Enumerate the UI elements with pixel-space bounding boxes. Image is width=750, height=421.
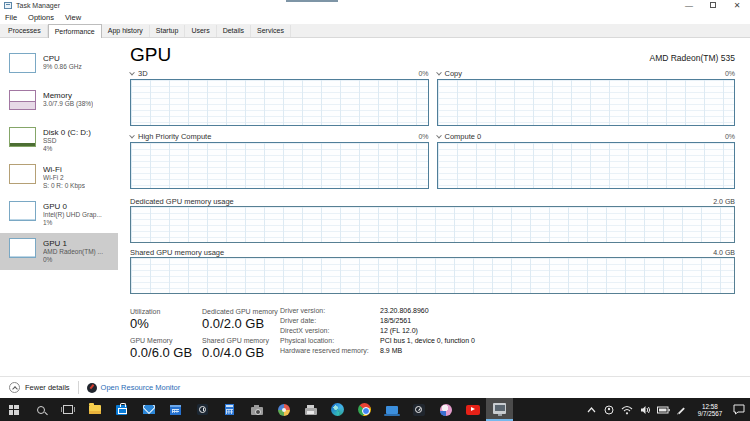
wifi-tray-button[interactable]: [620, 398, 634, 421]
volume-tray-button[interactable]: [638, 398, 652, 421]
driver-date-value: 18/5/2561: [380, 317, 475, 326]
tab-users[interactable]: Users: [185, 25, 216, 37]
gpu1-title: GPU 1: [43, 239, 103, 248]
gpu1-mini-graph: [9, 238, 36, 258]
camera-button[interactable]: [243, 398, 270, 421]
alarms-button[interactable]: [189, 398, 216, 421]
gpu-memory-value: 0.0/6.0 GB: [130, 345, 188, 360]
gpu0-title: GPU 0: [43, 202, 102, 211]
system-tray: 12:58 9/7/2567: [584, 398, 750, 421]
menu-file[interactable]: File: [5, 13, 17, 22]
shared-memory-label: Shared GPU memory: [202, 336, 266, 345]
start-button[interactable]: [0, 398, 27, 421]
gpu0-usage: 1%: [43, 219, 102, 227]
tab-bar: Processes Performance App history Startu…: [0, 24, 750, 38]
sidebar-item-memory[interactable]: Memory 3.0/7.9 GB (38%): [0, 85, 118, 122]
chart-copy-label: Copy: [445, 69, 463, 78]
chart-hpc-graph: [130, 142, 429, 189]
mail-button[interactable]: [135, 398, 162, 421]
menu-view[interactable]: View: [65, 13, 81, 22]
wifi-throughput: S: 0 R: 0 Kbps: [43, 182, 85, 190]
sidebar-item-gpu1[interactable]: GPU 1 AMD Radeon(TM) ... 0%: [0, 233, 118, 270]
laptop-icon: [386, 406, 398, 414]
mail-icon: [143, 405, 155, 414]
task-manager-window: Task Manager — ✕ File Options View Proce…: [0, 0, 750, 421]
task-manager-icon: [493, 403, 506, 414]
paint-button[interactable]: [270, 398, 297, 421]
tab-services[interactable]: Services: [251, 25, 291, 37]
dedicated-memory-label: Dedicated GPU memory: [202, 307, 266, 316]
action-center-button[interactable]: [732, 398, 746, 421]
chart-3d-label: 3D: [138, 69, 148, 78]
printer-icon: [305, 408, 317, 415]
utilization-value: 0%: [130, 316, 188, 331]
file-explorer-button[interactable]: [81, 398, 108, 421]
calculator-button[interactable]: [216, 398, 243, 421]
tab-processes[interactable]: Processes: [2, 25, 48, 37]
show-hidden-icons-button[interactable]: [584, 398, 598, 421]
chevron-down-icon[interactable]: [436, 132, 442, 138]
sidebar-item-wifi[interactable]: Wi-Fi Wi-Fi 2 S: 0 R: 0 Kbps: [0, 159, 118, 196]
tab-startup[interactable]: Startup: [150, 25, 186, 37]
driver-version-label: Driver version:: [280, 307, 376, 316]
gauge-app-button[interactable]: [405, 398, 432, 421]
open-resource-monitor-link[interactable]: Open Resource Monitor: [101, 383, 181, 392]
youtube-button[interactable]: [459, 398, 486, 421]
tab-performance[interactable]: Performance: [48, 24, 102, 38]
tab-details[interactable]: Details: [217, 25, 251, 37]
memory-title: Memory: [43, 91, 93, 100]
gpu-detail-panel: GPU AMD Radeon(TM) 535 3D 0% Copy: [118, 39, 750, 376]
calendar-button[interactable]: [162, 398, 189, 421]
clock-date: 9/7/2567: [694, 410, 726, 417]
chevron-down-icon[interactable]: [129, 132, 135, 138]
battery-tray-button[interactable]: [656, 398, 670, 421]
fewer-details-button[interactable]: Fewer details: [25, 383, 70, 392]
pen-tray-button[interactable]: [674, 398, 688, 421]
collapse-chevron-icon[interactable]: [9, 382, 20, 393]
paint-3d-button[interactable]: [432, 398, 459, 421]
edge-button[interactable]: [324, 398, 351, 421]
folder-icon: [89, 405, 101, 414]
volume-icon: [640, 405, 651, 415]
sidebar-item-gpu0[interactable]: GPU 0 Intel(R) UHD Grap... 1%: [0, 196, 118, 233]
minimize-button[interactable]: —: [684, 1, 694, 10]
task-manager-taskbar-button[interactable]: [486, 398, 513, 421]
store-button[interactable]: [108, 398, 135, 421]
taskbar-clock[interactable]: 12:58 9/7/2567: [692, 403, 728, 417]
memory-stats: 3.0/7.9 GB (38%): [43, 100, 93, 108]
wifi-network: Wi-Fi 2: [43, 174, 85, 182]
chevron-down-icon[interactable]: [436, 69, 442, 75]
shared-memory-graph: [130, 257, 735, 294]
gpu1-name: AMD Radeon(TM) ...: [43, 248, 103, 256]
tray-status-button[interactable]: [602, 398, 616, 421]
edge-icon: [331, 403, 344, 416]
maximize-button[interactable]: [710, 2, 716, 8]
status-circle-icon: [604, 405, 614, 415]
task-view-button[interactable]: [54, 398, 81, 421]
fax-button[interactable]: [297, 398, 324, 421]
windows-logo-icon: [9, 405, 19, 415]
gpu0-name: Intel(R) UHD Grap...: [43, 211, 102, 219]
page-title: GPU: [130, 44, 171, 65]
chevron-down-icon[interactable]: [129, 69, 135, 75]
sidebar-item-cpu[interactable]: CPU 9% 0.86 GHz: [0, 48, 118, 85]
resource-monitor-icon: [87, 383, 97, 393]
memory-mini-graph: [9, 90, 36, 110]
physical-location-label: Physical location:: [280, 337, 376, 346]
search-button[interactable]: [27, 398, 54, 421]
menu-options[interactable]: Options: [28, 13, 54, 22]
background-window-edge: [286, 0, 338, 2]
chrome-icon: [358, 403, 371, 416]
chrome-button[interactable]: [351, 398, 378, 421]
youtube-icon: [466, 405, 480, 415]
windows-taskbar: 12:58 9/7/2567: [0, 398, 750, 421]
sidebar-item-disk0[interactable]: Disk 0 (C: D:) SSD 4%: [0, 122, 118, 159]
dedicated-memory-value: 0.0/2.0 GB: [202, 316, 266, 331]
clock-icon: [197, 404, 208, 415]
close-button[interactable]: ✕: [732, 1, 742, 10]
physical-location-value: PCI bus 1, device 0, function 0: [380, 337, 475, 346]
task-manager-app-icon: [4, 2, 12, 9]
laptop-app-button[interactable]: [378, 398, 405, 421]
tab-app-history[interactable]: App history: [102, 25, 150, 37]
camera-icon: [251, 407, 263, 415]
